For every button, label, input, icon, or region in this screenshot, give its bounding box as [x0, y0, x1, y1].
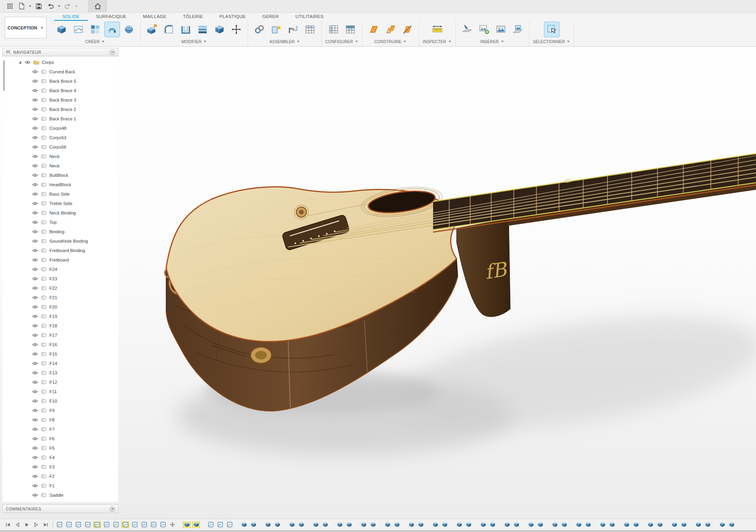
timeline-feature-marker[interactable] — [288, 521, 295, 528]
group-label-construire[interactable]: CONSTRUIRE — [374, 39, 407, 44]
visibility-eye-icon[interactable] — [32, 277, 38, 281]
tree-item[interactable]: F17 — [2, 330, 118, 340]
visibility-eye-icon[interactable] — [32, 117, 38, 121]
tree-root-label[interactable]: Corps — [42, 60, 54, 65]
timeline-sketch-marker[interactable] — [217, 521, 223, 528]
visibility-eye-icon[interactable] — [32, 70, 38, 74]
offset-plane-button[interactable] — [366, 22, 382, 37]
visibility-eye-icon[interactable] — [32, 456, 38, 459]
timeline-feature-marker[interactable] — [528, 521, 534, 528]
redo-icon[interactable] — [63, 1, 73, 11]
visibility-eye-icon[interactable] — [32, 173, 38, 177]
tree-item[interactable]: F15 — [2, 349, 118, 359]
tree-item-label[interactable]: Back Brace 5 — [49, 79, 76, 84]
tree-item-label[interactable]: F12 — [49, 380, 57, 385]
timeline-feature-marker[interactable] — [704, 521, 711, 528]
visibility-eye-icon[interactable] — [32, 202, 38, 205]
fillet-button[interactable] — [161, 22, 177, 37]
tree-item-label[interactable]: Corps56 — [49, 145, 66, 149]
tree-item-label[interactable]: F22 — [49, 286, 57, 291]
timeline-track[interactable] — [56, 521, 753, 528]
decal-button[interactable] — [510, 22, 526, 37]
tree-item[interactable]: F8 — [2, 415, 118, 425]
timeline-feature-marker[interactable] — [480, 521, 486, 528]
timeline-sketch-marker[interactable] — [160, 521, 166, 528]
timeline-feature-marker[interactable] — [456, 521, 462, 528]
timeline-feature-marker[interactable] — [274, 521, 281, 528]
app-grid-icon[interactable] — [5, 1, 15, 11]
tree-item-label[interactable]: HeadBlock — [49, 182, 71, 187]
group-label-configurer[interactable]: CONFIGURER — [325, 39, 359, 44]
timeline-move-marker[interactable] — [169, 521, 176, 528]
visibility-eye-icon[interactable] — [32, 79, 38, 83]
tree-item[interactable]: Saddle — [2, 490, 118, 500]
tree-item[interactable]: SoundHole Binding — [2, 236, 118, 246]
select-button[interactable] — [544, 22, 560, 37]
visibility-eye-icon[interactable] — [32, 192, 38, 196]
timeline-sketch-marker[interactable] — [65, 521, 72, 528]
tree-item[interactable]: F12 — [2, 378, 118, 387]
file-menu-caret[interactable] — [29, 5, 31, 7]
step-forward-button[interactable] — [31, 520, 41, 529]
timeline-feature-marker[interactable] — [489, 521, 496, 528]
tree-item-label[interactable]: F18 — [49, 323, 57, 328]
tree-item[interactable]: F19 — [2, 312, 118, 321]
tree-item-label[interactable]: Back Brace 2 — [49, 107, 76, 112]
configuration-button[interactable] — [326, 22, 341, 37]
tree-item[interactable]: Back Brace 5 — [2, 76, 118, 86]
timeline-feature-marker[interactable] — [561, 521, 567, 528]
timeline-feature-marker[interactable] — [265, 521, 271, 528]
timeline-feature-marker[interactable] — [312, 521, 319, 528]
tree-item-label[interactable]: F1 — [49, 483, 54, 488]
sweep-button[interactable] — [104, 22, 120, 37]
visibility-eye-icon[interactable] — [32, 324, 38, 328]
visibility-eye-icon[interactable] — [32, 89, 38, 93]
tree-item-label[interactable]: F23 — [49, 276, 57, 281]
collapse-all-icon[interactable] — [110, 50, 115, 55]
collapse-panel-icon[interactable] — [6, 50, 11, 54]
timeline-sketch-marker[interactable] — [84, 521, 91, 528]
step-back-button[interactable] — [13, 520, 22, 529]
navigator-scrollbar[interactable] — [3, 60, 5, 91]
press-pull-button[interactable] — [144, 22, 160, 37]
timeline-feature-marker[interactable] — [633, 521, 639, 528]
visibility-eye-icon[interactable] — [32, 390, 38, 394]
tree-item[interactable]: F23 — [2, 274, 118, 283]
visibility-eye-icon[interactable] — [32, 249, 38, 252]
navigator-header[interactable]: NAVIGATEUR — [2, 48, 118, 56]
tree-item[interactable]: F24 — [2, 265, 118, 274]
timeline-feature-marker[interactable] — [432, 521, 439, 528]
skip-end-button[interactable] — [41, 520, 50, 529]
tree-item-label[interactable]: Corps48 — [49, 126, 66, 131]
tree-item-label[interactable]: Binding — [49, 229, 64, 234]
tree-item-label[interactable]: F20 — [49, 305, 57, 309]
combine-button[interactable] — [195, 22, 210, 37]
tree-item-label[interactable]: F16 — [49, 342, 57, 347]
visibility-eye-icon[interactable] — [32, 352, 38, 356]
derive-button[interactable] — [459, 22, 475, 37]
tree-item-label[interactable]: F7 — [49, 427, 54, 432]
tree-item-label[interactable]: Top — [49, 220, 57, 225]
visibility-eye-icon[interactable] — [32, 474, 38, 478]
tree-item-label[interactable]: F8 — [49, 418, 54, 422]
tree-item[interactable]: Back Brace 4 — [2, 86, 118, 95]
visibility-eye-icon[interactable] — [32, 136, 38, 140]
play-button[interactable] — [22, 520, 31, 529]
group-label-modifier[interactable]: MODIFIER — [181, 39, 207, 44]
tree-item-label[interactable]: F2 — [49, 474, 54, 479]
visibility-eye-icon[interactable] — [32, 183, 38, 187]
timeline-feature-marker[interactable] — [656, 521, 663, 528]
tree-item-label[interactable]: Neck — [49, 163, 60, 168]
timeline-sketch-marker[interactable] — [56, 521, 63, 528]
tree-item-label[interactable]: ButtBlock — [49, 173, 69, 178]
tree-item-label[interactable]: F4 — [49, 455, 54, 460]
tree-item-label[interactable]: Fretboard Binding — [49, 248, 85, 253]
timeline-feature-marker[interactable] — [384, 521, 391, 528]
visibility-eye-icon[interactable] — [32, 220, 38, 224]
timeline-feature-marker[interactable] — [504, 521, 510, 528]
insert-mesh-button[interactable] — [476, 22, 492, 37]
tree-item-label[interactable]: Back Brace 1 — [49, 116, 76, 121]
tree-item[interactable]: Treble Side — [2, 199, 118, 208]
group-label-insrer[interactable]: INSÉRER — [480, 39, 504, 44]
timeline-feature-marker[interactable] — [623, 521, 630, 528]
